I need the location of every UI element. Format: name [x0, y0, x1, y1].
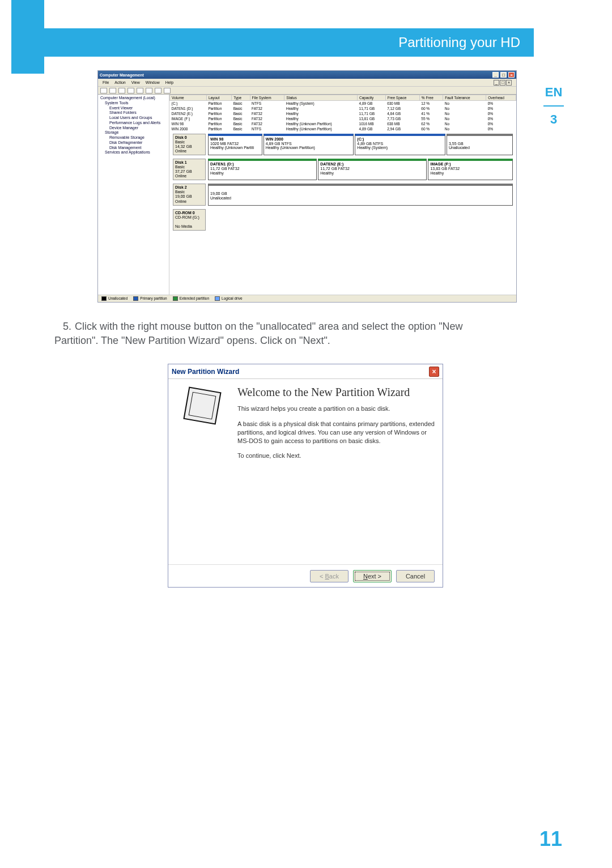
wizard-paragraph: To continue, click Next. [237, 452, 435, 460]
disk-segment[interactable]: 19,00 GBUnallocated [208, 184, 513, 205]
cancel-button[interactable]: Cancel [396, 570, 435, 582]
disk-segments: WIN 981020 MB FAT32Healthy (Unknown Part… [208, 134, 513, 155]
disk-info: Disk 1Basic37,27 GBOnline [173, 159, 206, 180]
section-number: 3 [536, 112, 571, 127]
disk-segment[interactable]: IMAGE (F:)13,83 GB FAT32Healthy [428, 159, 513, 180]
header-band: Partitioning your HD [44, 28, 534, 57]
close-icon[interactable]: × [508, 72, 515, 78]
column-header[interactable]: Status [284, 95, 358, 101]
disk-segment[interactable]: (C:)4,89 GB NTFSHealthy (System) [355, 134, 445, 155]
column-header[interactable]: Capacity [358, 95, 386, 101]
disk-segments [208, 209, 513, 231]
lang-badge: EN [536, 85, 571, 100]
step-body: Click with the right mouse button on the… [54, 321, 463, 346]
column-header[interactable]: Volume [170, 95, 207, 101]
page-title: Partitioning your HD [398, 35, 520, 50]
tree-local-users[interactable]: Local Users and Groups [100, 116, 167, 121]
page-number: 11 [539, 827, 562, 851]
toolbar-icon[interactable] [155, 88, 162, 93]
next-button[interactable]: Next > [353, 570, 392, 582]
table-row[interactable]: (C:)PartitionBasicNTFSHealthy (System)4,… [170, 101, 516, 107]
step-5-text: 5.Click with the right mouse button on t… [54, 320, 507, 348]
side-lang-box: EN 3 [536, 85, 571, 127]
disk-segment[interactable]: WIN 981020 MB FAT32Healthy (Unknown Part… [208, 134, 262, 155]
disk-segment[interactable]: WIN 20004,89 GB NTFSHealthy (Unknown Par… [264, 134, 354, 155]
toolbar-icon[interactable] [137, 88, 143, 93]
tree-shared-folders[interactable]: Shared Folders [100, 110, 167, 116]
menu-action[interactable]: Action [114, 80, 125, 84]
wizard-title: New Partition Wizard [172, 368, 239, 376]
disk-segment[interactable]: DATEN2 (E:)11,72 GB FAT32Healthy [318, 159, 427, 180]
computer-management-window: Computer Management _ □ × File Action Vi… [97, 70, 517, 303]
disk-info: Disk 2Basic19,00 GBOnline [173, 184, 206, 205]
disk-row: Disk 2Basic19,00 GBOnline 19,00 GBUnallo… [173, 184, 513, 205]
new-partition-wizard-window: New Partition Wizard × Welcome to the Ne… [168, 364, 443, 588]
mdi-controls: _□× [494, 80, 512, 86]
left-accent [11, 0, 44, 74]
legend: Unallocated Primary partition Extended p… [98, 295, 516, 302]
wizard-heading: Welcome to the New Partition Wizard [237, 386, 435, 399]
disk-segment[interactable]: DATEN1 (D:)11,72 GB FAT32Healthy [208, 159, 317, 180]
tree-event-viewer[interactable]: Event Viewer [100, 106, 167, 111]
tree-services-apps[interactable]: Services and Applications [100, 150, 167, 155]
menu-file[interactable]: File [103, 80, 109, 84]
maximize-icon[interactable]: □ [500, 72, 507, 78]
disk-management-pane: VolumeLayoutTypeFile SystemStatusCapacit… [169, 95, 516, 295]
column-header[interactable]: Overhead [486, 95, 516, 101]
partition-table: VolumeLayoutTypeFile SystemStatusCapacit… [169, 95, 516, 131]
disk-row: CD-ROM 0CD-ROM (G:)No Media [173, 209, 513, 231]
table-row[interactable]: DATEN2 (E:)PartitionBasicFAT32Healthy11,… [170, 111, 516, 116]
wizard-button-row: < Back Next > Cancel [168, 564, 443, 587]
back-button: < Back [310, 570, 348, 582]
nav-tree[interactable]: Computer Management (Local) System Tools… [98, 95, 169, 295]
nav-back-icon[interactable] [100, 88, 107, 93]
tree-perf-logs[interactable]: Performance Logs and Alerts [100, 121, 167, 126]
minimize-icon[interactable]: _ [492, 72, 499, 78]
disk-map[interactable]: Disk 0Basic14,32 GBOnlineWIN 981020 MB F… [169, 131, 516, 295]
legend-extended: Extended partition [180, 296, 209, 300]
step-number: 5. [54, 320, 71, 334]
menu-window[interactable]: Window [146, 80, 160, 84]
disk-segments: 19,00 GBUnallocated [208, 184, 513, 205]
column-header[interactable]: Layout [206, 95, 231, 101]
table-row[interactable]: WIN 98PartitionBasicFAT32Healthy (Unknow… [170, 121, 516, 126]
toolbar [98, 87, 516, 95]
disk-segment[interactable]: 3,55 GBUnallocated [447, 134, 513, 155]
column-header[interactable]: % Free [419, 95, 443, 101]
table-row[interactable]: WIN 2000PartitionBasicNTFSHealthy (Unkno… [170, 126, 516, 131]
tree-removable-storage[interactable]: Removable Storage [100, 135, 167, 141]
column-header[interactable]: File System [250, 95, 284, 101]
column-header[interactable]: Free Space [385, 95, 419, 101]
wizard-paragraph: A basic disk is a physical disk that con… [237, 420, 435, 445]
tree-device-manager[interactable]: Device Manager [100, 126, 167, 131]
disk-segments: DATEN1 (D:)11,72 GB FAT32HealthyDATEN2 (… [208, 159, 513, 180]
menu-view[interactable]: View [131, 80, 140, 84]
tree-disk-management[interactable]: Disk Management [100, 146, 167, 151]
close-icon[interactable]: × [429, 367, 439, 377]
wizard-titlebar[interactable]: New Partition Wizard × [168, 364, 443, 379]
tree-system-tools[interactable]: System Tools [100, 101, 167, 106]
wizard-content: Welcome to the New Partition Wizard This… [236, 379, 443, 564]
toolbar-icon[interactable] [146, 88, 152, 93]
nav-fwd-icon[interactable] [109, 88, 116, 93]
wizard-graphic-panel [168, 379, 236, 564]
toolbar-icon[interactable] [164, 88, 171, 93]
menu-help[interactable]: Help [165, 80, 173, 84]
column-header[interactable]: Fault Tolerance [443, 95, 486, 101]
disk-row: Disk 1Basic37,27 GBOnlineDATEN1 (D:)11,7… [173, 159, 513, 180]
side-divider [543, 105, 564, 107]
legend-logical: Logical drive [222, 296, 243, 300]
disk-row: Disk 0Basic14,32 GBOnlineWIN 981020 MB F… [173, 134, 513, 155]
tree-defragmenter[interactable]: Disk Defragmenter [100, 141, 167, 146]
toolbar-icon[interactable] [128, 88, 134, 93]
menu-bar: File Action View Window Help _□× [98, 79, 516, 87]
wizard-paragraph: This wizard helps you create a partition… [237, 405, 435, 413]
disk-info: Disk 0Basic14,32 GBOnline [173, 134, 206, 155]
table-row[interactable]: DATEN1 (D:)PartitionBasicFAT32Healthy11,… [170, 106, 516, 111]
table-row[interactable]: IMAGE (F:)PartitionBasicFAT32Healthy13,8… [170, 116, 516, 121]
titlebar[interactable]: Computer Management _ □ × [98, 71, 516, 79]
toolbar-icon[interactable] [118, 88, 125, 93]
tree-root[interactable]: Computer Management (Local) [100, 96, 167, 101]
column-header[interactable]: Type [232, 95, 250, 101]
tree-storage[interactable]: Storage [100, 130, 167, 135]
